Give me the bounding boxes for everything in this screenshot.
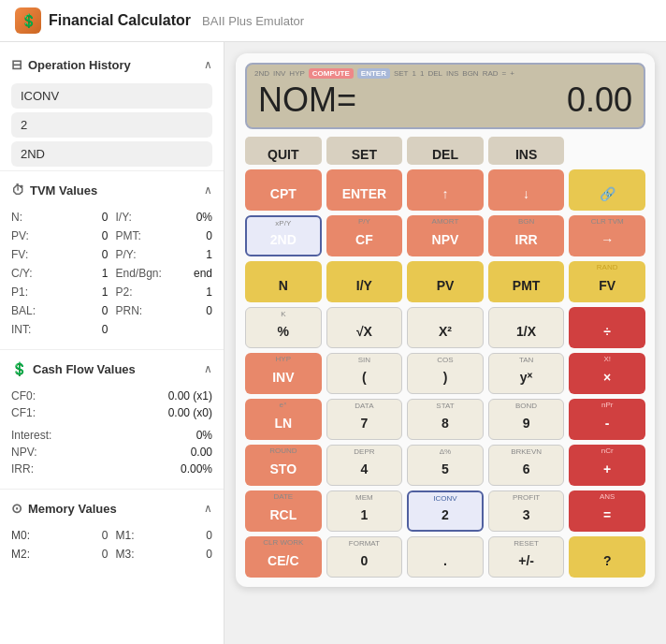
inv-x-button[interactable]: 1/X [488, 307, 565, 348]
divide-button[interactable]: ÷ [569, 307, 645, 348]
quit-button[interactable]: QUIT [245, 137, 322, 165]
tvm-row-p2: P2: 1 [116, 284, 213, 300]
iy-button[interactable]: I/Y [326, 261, 403, 302]
enter-button[interactable]: ENTER [326, 169, 403, 211]
tvm-icon: ⏱ [11, 183, 24, 198]
help-button[interactable]: ? [569, 536, 645, 578]
lparen-button[interactable]: SIN ( [326, 353, 403, 394]
arrow-label: → [601, 233, 614, 246]
npv-button[interactable]: AMORT NPV [407, 215, 484, 256]
plusminus-label: +/- [518, 554, 534, 567]
inv-main-label: INV [272, 371, 294, 384]
equals-button[interactable]: ANS = [569, 490, 645, 532]
arrow-top-label: CLR TVM [569, 217, 645, 226]
6-button[interactable]: BRKEVN 6 [488, 445, 565, 486]
0-button[interactable]: FORMAT 0 [326, 536, 403, 578]
dot-label: . [443, 554, 447, 567]
2-top-label: ICONV [409, 494, 482, 503]
app-subtitle: BAII Plus Emulator [202, 14, 304, 28]
lparen-label: ( [362, 371, 367, 384]
ins-button[interactable]: INS [488, 137, 565, 165]
tvm-header[interactable]: ⏱ TVM Values ∧ [0, 175, 224, 205]
up-label: ↑ [442, 187, 448, 200]
n-button[interactable]: N [245, 261, 322, 302]
multiply-top-label: X! [569, 355, 645, 363]
inv-button[interactable]: HYP INV [245, 353, 322, 394]
percent-button[interactable]: K % [245, 307, 322, 348]
minus-button[interactable]: nPr - [569, 399, 645, 440]
app-icon: 💲 [15, 7, 41, 34]
mem-m3: M3: 0 [116, 546, 213, 563]
memory-header[interactable]: ⊙ Memory Values ∧ [0, 493, 224, 523]
plusminus-button[interactable]: RESET +/- [488, 536, 565, 578]
del-label: DEL [432, 148, 458, 161]
7-button[interactable]: DATA 7 [326, 399, 403, 440]
quit-label: QUIT [268, 148, 298, 161]
op-history-item-3[interactable]: 2ND [11, 141, 212, 167]
memory-label: Memory Values [28, 502, 117, 516]
memory-icon: ⊙ [11, 501, 22, 516]
dot-button[interactable]: . [407, 536, 484, 578]
irr-button[interactable]: BGN IRR [488, 215, 565, 256]
arrow-button[interactable]: CLR TVM → [569, 215, 645, 256]
8-button[interactable]: STAT 8 [407, 399, 484, 440]
mem-m2: M2: 0 [11, 546, 109, 563]
down-label: ↓ [523, 187, 529, 200]
ind-eq: = [502, 69, 507, 78]
operation-history-label: Operation History [28, 58, 131, 72]
pmt-label: PMT [513, 279, 541, 292]
ind-bgn: BGN [462, 69, 478, 78]
minus-top-label: nPr [569, 401, 645, 409]
pmt-button[interactable]: PMT [488, 261, 565, 302]
cpt-button[interactable]: CPT [245, 169, 322, 211]
rcl-top-label: DATE [245, 492, 322, 501]
sqrt-button[interactable]: √X [326, 307, 403, 348]
fv-button[interactable]: RAND FV [569, 261, 645, 302]
cpt-label: CPT [270, 187, 297, 200]
calculator-panel: 2ND INV HYP COMPUTE ENTER SET 1 1 DEL IN… [224, 42, 666, 644]
1-button[interactable]: MEM 1 [326, 490, 403, 532]
3-button[interactable]: PROFIT 3 [488, 490, 565, 532]
x2-button[interactable]: X² [407, 307, 484, 348]
op-history-item-1[interactable]: ICONV [11, 83, 212, 109]
ln-button[interactable]: eˣ LN [245, 399, 322, 440]
cf-header[interactable]: 💲 Cash Flow Values ∧ [0, 354, 224, 384]
tvm-grid: N: 0 I/Y: 0% PV: 0 PMT: 0 FV: 0 P/Y: 1 [0, 205, 224, 345]
9-button[interactable]: BOND 9 [488, 399, 565, 440]
up-button[interactable]: ↑ [407, 169, 484, 211]
5-label: 5 [442, 462, 449, 476]
rcl-button[interactable]: DATE RCL [245, 490, 322, 532]
main-layout: ⊟ Operation History ∧ ICONV 2 2ND ⏱ TVM … [0, 42, 666, 644]
pv-button[interactable]: PV [407, 261, 484, 302]
ind-del: DEL [427, 69, 442, 78]
display-number: 0.00 [567, 80, 632, 120]
sto-button[interactable]: ROUND STO [245, 445, 322, 486]
del-button[interactable]: DEL [407, 137, 484, 165]
inv-top-label: HYP [245, 355, 322, 363]
4-button[interactable]: DEPR 4 [326, 445, 403, 486]
plus-button[interactable]: nCr + [569, 445, 645, 486]
cf-button[interactable]: P/Y CF [326, 215, 403, 256]
link-button[interactable]: 🔗 [569, 169, 645, 211]
irr-top-label: BGN [488, 217, 565, 226]
operation-history-header[interactable]: ⊟ Operation History ∧ [0, 50, 224, 80]
0-top-label: FORMAT [327, 539, 402, 548]
2-button[interactable]: ICONV 2 [407, 490, 484, 532]
5-button[interactable]: Δ% 5 [407, 445, 484, 486]
irr-label: IRR [515, 233, 538, 246]
2nd-button[interactable]: xP/Y 2ND [245, 215, 322, 256]
multiply-label: × [603, 371, 611, 384]
down-button[interactable]: ↓ [488, 169, 565, 211]
set-button[interactable]: SET [326, 137, 403, 165]
7-label: 7 [360, 417, 368, 430]
ind-inv: INV [273, 69, 285, 78]
yx-button[interactable]: TAN yˣ [488, 353, 565, 394]
rparen-button[interactable]: COS ) [407, 353, 484, 394]
multiply-button[interactable]: X! × [569, 353, 645, 394]
display-label: NOM= [258, 80, 356, 120]
cec-button[interactable]: CLR WORK CE/C [245, 536, 322, 578]
op-history-item-2[interactable]: 2 [11, 112, 212, 138]
percent-top-label: K [246, 310, 321, 318]
ind-1b: 1 [420, 69, 424, 78]
minus-label: - [605, 417, 610, 430]
